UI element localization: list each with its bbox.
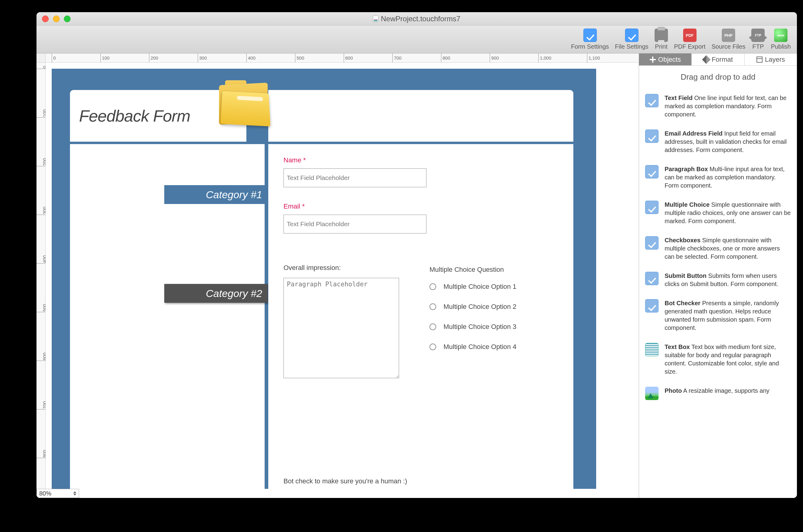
radio-icon[interactable]: [429, 323, 436, 330]
source-files-label: Source Files: [711, 43, 745, 50]
object-item-text: Checkboxes Simple questionnaire with mul…: [665, 236, 791, 261]
print-button[interactable]: Print: [655, 28, 668, 50]
check-icon: [645, 130, 658, 143]
ruler-tick: 800: [37, 458, 45, 458]
brush-icon: [702, 55, 710, 63]
object-item-text: Text Field One line input field for text…: [665, 94, 791, 118]
object-item-multiple-choice[interactable]: Multiple Choice Simple questionnaire wit…: [645, 195, 791, 231]
tab-layers[interactable]: Layers: [745, 54, 797, 65]
categories-column[interactable]: Category #1 Category #2: [70, 144, 265, 489]
php-icon: PHP: [722, 28, 735, 42]
textbox-icon: [645, 343, 658, 356]
ruler-tick: 400: [37, 263, 45, 264]
ruler-tick: 100: [37, 117, 45, 118]
ruler-tick: 500: [295, 54, 304, 62]
publish-button[interactable]: www Publish: [771, 28, 791, 50]
globe-icon: www: [774, 28, 787, 42]
object-item-text-field[interactable]: Text Field One line input field for text…: [645, 89, 791, 124]
ruler-tick: 1,000: [538, 54, 552, 62]
name-input[interactable]: [283, 168, 426, 187]
pdf-export-button[interactable]: PDF PDF Export: [674, 28, 705, 50]
ruler-horizontal: 01002003004005006007008009001,0001,100: [45, 54, 639, 63]
ruler-vertical: 0100200300400500600700800: [37, 63, 45, 498]
ruler-tick: 200: [149, 54, 158, 62]
pdf-icon: PDF: [683, 28, 696, 42]
paragraph-input[interactable]: [283, 278, 399, 378]
mc-option-3[interactable]: Multiple Choice Option 3: [429, 323, 517, 331]
ftp-label: FTP: [752, 43, 764, 50]
check-icon: [645, 236, 658, 250]
object-item-text: Text Box Text box with medium font size,…: [665, 343, 791, 376]
form-header-right[interactable]: [268, 90, 573, 142]
app-window: NewProject.touchforms7 Form Settings Fil…: [37, 12, 797, 498]
window-title: NewProject.touchforms7: [37, 15, 797, 23]
photo-icon: [645, 387, 658, 400]
ruler-tick: 0: [52, 54, 56, 62]
ruler-tick: 700: [392, 54, 401, 62]
folder-icon[interactable]: [216, 78, 271, 127]
form-canvas[interactable]: Feedback Form Category #1 Category #2: [52, 69, 596, 489]
object-item-text-box[interactable]: Text Box Text box with medium font size,…: [645, 338, 791, 381]
form-main-column[interactable]: Name * Email * Overall impression:: [268, 144, 573, 489]
layers-icon: [757, 57, 763, 63]
bot-check-label: Bot check to make sure you're a human :): [283, 477, 407, 485]
category-1-bar[interactable]: Category #1: [164, 185, 268, 204]
plus-icon: [650, 57, 656, 63]
file-settings-label: File Settings: [615, 43, 649, 50]
tab-format[interactable]: Format: [692, 54, 744, 65]
ruler-tick: 0: [37, 69, 45, 69]
radio-icon[interactable]: [429, 283, 436, 290]
object-item-text: Bot Checker Presents a simple, randomly …: [665, 299, 791, 332]
ruler-tick: 300: [198, 54, 207, 62]
ruler-tick: 500: [37, 312, 45, 312]
zoom-level[interactable]: 80%: [37, 489, 79, 498]
object-item-email-address-field[interactable]: Email Address Field Input field for emai…: [645, 124, 791, 159]
check-icon: [645, 94, 658, 107]
object-item-paragraph-box[interactable]: Paragraph Box Multi-line input area for …: [645, 159, 791, 195]
sidebar-hint: Drag and drop to add: [639, 66, 797, 89]
form-title: Feedback Form: [79, 107, 190, 125]
ftp-button[interactable]: FTP FTP: [751, 28, 765, 50]
publish-label: Publish: [771, 43, 791, 50]
tab-objects[interactable]: Objects: [639, 54, 692, 65]
object-item-checkboxes[interactable]: Checkboxes Simple questionnaire with mul…: [645, 231, 791, 266]
name-label: Name *: [283, 156, 558, 164]
email-label: Email *: [283, 203, 558, 210]
sidebar-tabs: Objects Format Layers: [639, 54, 797, 66]
file-settings-button[interactable]: File Settings: [615, 28, 649, 50]
mc-option-4[interactable]: Multiple Choice Option 4: [429, 343, 517, 351]
multiple-choice-area[interactable]: Multiple Choice Question Multiple Choice…: [429, 266, 517, 363]
object-item-text: Photo A resizable image, supports any: [665, 387, 769, 400]
mc-option-2[interactable]: Multiple Choice Option 2: [429, 303, 517, 311]
toolbar: Form Settings File Settings Print PDF PD…: [37, 25, 797, 54]
canvas-area: 01002003004005006007008009001,0001,100 0…: [37, 54, 639, 498]
ruler-tick: 1,100: [587, 54, 600, 62]
source-files-button[interactable]: PHP Source Files: [711, 28, 745, 50]
object-item-bot-checker[interactable]: Bot Checker Presents a simple, randomly …: [645, 294, 791, 338]
sidebar: Objects Format Layers Drag and drop to a…: [639, 54, 797, 498]
form-settings-button[interactable]: Form Settings: [571, 28, 609, 50]
printer-icon: [655, 28, 668, 42]
body: 01002003004005006007008009001,0001,100 0…: [37, 54, 797, 498]
ruler-tick: 400: [246, 54, 256, 62]
object-item-submit-button[interactable]: Submit Button Submits form when users cl…: [645, 266, 791, 294]
ruler-tick: 800: [441, 54, 450, 62]
category-2-bar[interactable]: Category #2: [164, 284, 268, 303]
radio-icon[interactable]: [429, 303, 436, 310]
mc-option-1[interactable]: Multiple Choice Option 1: [429, 283, 517, 291]
ruler-tick: 600: [344, 54, 353, 62]
email-input[interactable]: [283, 215, 426, 233]
zoom-value: 80%: [39, 490, 51, 497]
objects-list: Text Field One line input field for text…: [639, 89, 797, 498]
ftp-icon: FTP: [751, 28, 765, 42]
canvas-viewport[interactable]: Feedback Form Category #1 Category #2: [45, 63, 639, 489]
check-icon: [583, 28, 597, 42]
zoom-stepper[interactable]: [73, 491, 76, 495]
radio-icon[interactable]: [429, 343, 436, 350]
object-item-photo[interactable]: Photo A resizable image, supports any: [645, 381, 791, 405]
check-icon: [645, 272, 658, 285]
object-item-text: Submit Button Submits form when users cl…: [665, 272, 791, 288]
mc-question-label: Multiple Choice Question: [429, 266, 517, 273]
ruler-corner: [37, 54, 45, 63]
document-icon: [373, 16, 378, 22]
